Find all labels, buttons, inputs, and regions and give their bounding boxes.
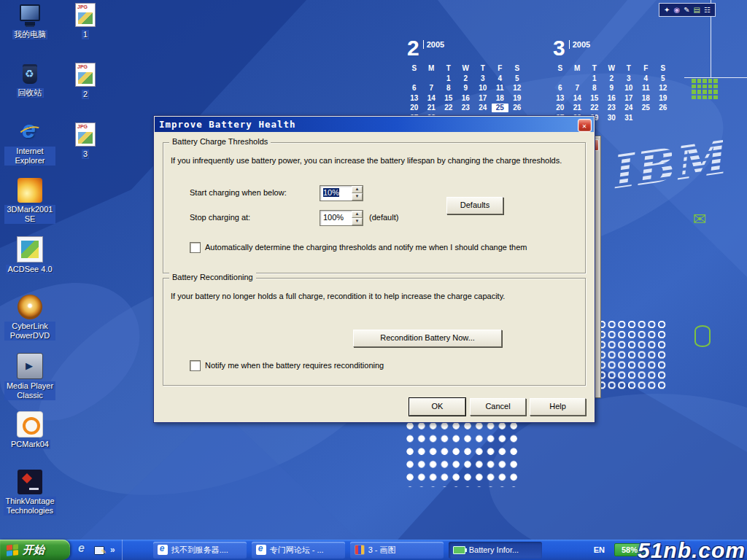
jpg-file-icon	[73, 63, 98, 88]
calendar-date: 24	[620, 104, 638, 112]
powerdvd-icon	[18, 295, 42, 319]
desktop-icon-label: PCMark04	[9, 440, 50, 449]
calendar-date	[569, 74, 587, 83]
desktop-icon[interactable]: Internet Explorer	[4, 120, 55, 178]
reconditioning-description: If your battery no longer holds a full c…	[171, 292, 579, 300]
battery-charge-thresholds-group: Battery Charge Thresholds If you infrequ…	[163, 142, 586, 273]
desktop-icon[interactable]: CyberLink PowerDVD	[4, 295, 55, 353]
calendar-february-2005: 2 2005 SMTWTFS12345678910111213141516171…	[406, 36, 531, 122]
jpg-file[interactable]: 3	[67, 122, 104, 182]
spinner-up-icon[interactable]: ▲	[352, 211, 363, 218]
calendar-date: 7	[423, 84, 441, 93]
calendar-day-header: S	[654, 64, 672, 73]
notify-reconditioning-checkbox[interactable]	[190, 360, 201, 371]
task-button-label: Battery Infor...	[469, 545, 519, 554]
desktop-icon-label: ThinkVantage Technologies	[4, 497, 55, 516]
calendar-date: 1	[440, 74, 457, 83]
notify-reconditioning-checkbox-label: Notify me when the battery requires reco…	[205, 361, 384, 370]
desktop-icon[interactable]: ThinkVantage Technologies	[4, 470, 55, 528]
calendar-date: 15	[586, 94, 603, 103]
notes-icon: ▤	[694, 6, 700, 15]
desktop-icon[interactable]: 回收站	[4, 61, 55, 120]
taskbar-task-button[interactable]: 3 - 画图	[350, 542, 444, 559]
auto-determine-checkbox[interactable]	[190, 242, 201, 253]
calendar-date: 2	[603, 74, 621, 83]
pen-icon: ✎	[684, 6, 689, 15]
jpg-file[interactable]: 2	[67, 63, 104, 122]
calendar-day-header: S	[406, 64, 423, 73]
calendar-date: 21	[423, 104, 441, 112]
calendar-date: 22	[586, 104, 603, 112]
help-button[interactable]: Help	[530, 398, 586, 416]
envelope-icon: ✉	[693, 211, 706, 228]
start-threshold-spinner[interactable]: 10% ▲ ▼	[320, 185, 363, 201]
taskbar: 开始 » 找不到服务器....专门网论坛 - ...3 - 画图Battery …	[0, 540, 747, 560]
jpg-page-icon	[75, 63, 96, 87]
desktop-icon-label: Internet Explorer	[4, 147, 55, 166]
desktop-widget-toolbar: ✦◉✎▤☷	[659, 3, 716, 17]
calendar-day-header: T	[620, 64, 638, 73]
calendar-date: 14	[569, 94, 587, 103]
calendar-day-header: W	[603, 64, 621, 73]
language-indicator[interactable]: EN	[590, 544, 608, 556]
desktop-icon[interactable]: 3DMark2001 SE	[4, 178, 55, 236]
speaker-icon: ◉	[673, 6, 680, 15]
improve-battery-health-dialog: Improve Battery Health ✕ Battery Charge …	[153, 115, 595, 423]
stop-threshold-spinner[interactable]: 100% ▲ ▼	[320, 210, 363, 226]
dialog-titlebar[interactable]: Improve Battery Health ✕	[155, 117, 594, 132]
calendar-date: 20	[551, 104, 569, 112]
taskbar-task-button[interactable]: Battery Infor...	[449, 542, 542, 559]
close-icon[interactable]: ✕	[578, 119, 592, 132]
calendar-date: 31	[620, 114, 638, 122]
calendar-date	[654, 114, 672, 122]
calendar-day-header: S	[508, 64, 526, 73]
database-cylinder-icon	[694, 325, 711, 347]
grid-icon	[692, 79, 718, 99]
jpg-file-icon	[73, 3, 98, 28]
desktop-icon-label: Media Player Classic	[4, 381, 55, 400]
calendar-date: 23	[603, 104, 621, 112]
spinner-up-icon[interactable]: ▲	[352, 186, 363, 193]
jpg-file[interactable]: 1	[67, 3, 104, 63]
ok-button[interactable]: OK	[409, 398, 465, 416]
desktop-icon[interactable]: PCMark04	[4, 411, 55, 470]
calendar-march-2005: 3 2005 SMTWTFS12345678910111213141516171…	[551, 36, 677, 122]
jpg-page-icon	[75, 3, 96, 27]
calendar-month: 2	[407, 36, 419, 60]
jpg-file-label: 3	[82, 149, 89, 159]
calendar-date: 18	[492, 94, 509, 103]
thresholds-description: If you infrequently use battery power, y…	[171, 156, 579, 165]
calendar-date: 8	[586, 84, 603, 93]
taskbar-task-button[interactable]: 专门网论坛 - ...	[252, 542, 345, 559]
my-computer-icon	[18, 3, 42, 28]
overflow-chevron-icon[interactable]: »	[110, 545, 115, 555]
calendar-date: 20	[406, 104, 423, 112]
calendar-date: 25	[638, 104, 655, 112]
calendar-date: 6	[406, 84, 423, 93]
cancel-button[interactable]: Cancel	[470, 398, 526, 416]
task-button-label: 找不到服务器....	[171, 545, 228, 556]
calendar-date: 6	[551, 84, 569, 93]
taskbar-task-button[interactable]: 找不到服务器....	[153, 542, 247, 559]
calendar-date: 17	[620, 94, 638, 103]
start-button[interactable]: 开始	[0, 540, 70, 560]
spinner-down-icon[interactable]: ▼	[352, 218, 363, 225]
show-desktop-icon[interactable]	[93, 544, 105, 556]
desktop-icon[interactable]: Media Player Classic	[4, 353, 55, 411]
recondition-battery-button[interactable]: Recondition Battery Now...	[353, 330, 502, 347]
spinner-down-icon[interactable]: ▼	[352, 193, 363, 201]
thinkvantage-icon	[18, 470, 42, 494]
desktop-icon[interactable]: 我的电脑	[4, 3, 55, 61]
dialog-title: Improve Battery Health	[159, 119, 296, 130]
ie-quick-icon[interactable]	[77, 544, 88, 556]
jpg-file-label: 1	[82, 30, 89, 39]
desktop-icon[interactable]: ACDSee 4.0	[4, 236, 55, 295]
auto-determine-checkbox-label: Automatically determine the charging thr…	[205, 243, 527, 252]
ie-page-icon	[158, 545, 168, 555]
taskbar-buttons: 找不到服务器....专门网论坛 - ...3 - 画图Battery Infor…	[153, 542, 542, 559]
defaults-button[interactable]: Defaults	[446, 197, 503, 214]
paint-icon	[355, 545, 365, 555]
calendar-day-header: F	[638, 64, 655, 73]
desktop-icon-label: ACDSee 4.0	[6, 265, 53, 274]
calendar-date: 12	[508, 84, 526, 93]
